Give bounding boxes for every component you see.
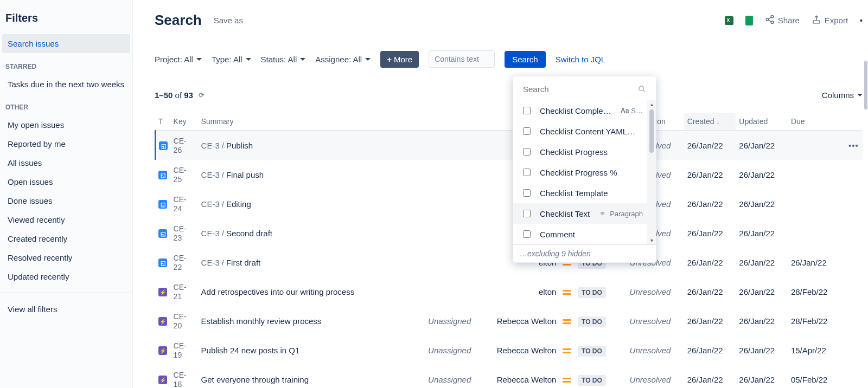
- scrollbar-thumb[interactable]: [864, 61, 867, 109]
- col-header-type[interactable]: T: [155, 113, 170, 131]
- table-row[interactable]: ◱CE-22CE-3/First drafteltonTO DOUnresolv…: [155, 248, 863, 277]
- dropdown-checkbox[interactable]: [523, 230, 531, 238]
- table-row[interactable]: ⚡CE-18Get everyone through trainingUnass…: [155, 365, 863, 388]
- sidebar-item[interactable]: Updated recently: [2, 267, 130, 286]
- filter-assignee[interactable]: Assignee: All: [315, 55, 371, 64]
- issue-key[interactable]: CE-24: [174, 195, 187, 213]
- dropdown-checkbox[interactable]: [523, 148, 531, 156]
- table-row[interactable]: ◱CE-24CE-3/EditingeltonTO DOUnresolved26…: [155, 189, 863, 218]
- switch-jql-link[interactable]: Switch to JQL: [556, 55, 606, 64]
- table-row[interactable]: ◱CE-25CE-3/Final pusheltonTO DOUnresolve…: [155, 160, 863, 189]
- issue-summary[interactable]: Publish: [226, 141, 253, 150]
- assignee-cell: Unassigned: [417, 365, 474, 388]
- sidebar-item[interactable]: Reported by me: [2, 134, 130, 153]
- sidebar-item[interactable]: My open issues: [2, 115, 130, 134]
- issue-type-icon: ◱: [158, 258, 167, 267]
- dropdown-item[interactable]: Checklist Content YAML…: [513, 121, 647, 141]
- status-badge[interactable]: TO DO: [578, 316, 606, 327]
- col-header-updated[interactable]: Updated: [736, 113, 788, 131]
- issue-summary[interactable]: Editing: [226, 199, 251, 209]
- dropdown-item[interactable]: Checklist Progress %: [513, 162, 647, 183]
- issue-summary[interactable]: First draft: [226, 258, 260, 267]
- sidebar-item[interactable]: Tasks due in the next two weeks: [2, 75, 130, 94]
- share-button[interactable]: Share: [765, 15, 800, 26]
- parent-key[interactable]: CE-3: [201, 199, 220, 209]
- sidebar-item-search-issues[interactable]: Search issues: [2, 34, 130, 53]
- dropdown-item[interactable]: Comment: [513, 224, 647, 244]
- sidebar-item[interactable]: Viewed recently: [2, 210, 130, 229]
- col-header-summary[interactable]: Summary: [198, 113, 417, 131]
- col-header-key[interactable]: Key: [170, 113, 198, 131]
- main-vertical-scrollbar[interactable]: [864, 39, 868, 388]
- table-row[interactable]: ⚡CE-21Add retrospectives into our writin…: [155, 277, 863, 306]
- status-badge[interactable]: TO DO: [578, 346, 606, 357]
- export-button[interactable]: Export: [812, 15, 848, 26]
- parent-key[interactable]: CE-3: [201, 229, 220, 238]
- sidebar-item[interactable]: Done issues: [2, 191, 130, 210]
- dropdown-item[interactable]: Checklist Progress: [513, 141, 647, 162]
- updated-date: 26/Jan/22: [739, 229, 775, 238]
- table-row[interactable]: ⚡CE-20Establish monthly review processUn…: [155, 306, 863, 335]
- filter-status[interactable]: Status: All: [261, 55, 306, 64]
- more-filters-button[interactable]: +More: [380, 51, 419, 68]
- issue-key[interactable]: CE-18: [174, 371, 187, 388]
- sidebar-item[interactable]: Open issues: [2, 172, 130, 191]
- issue-summary[interactable]: Final push: [226, 170, 264, 179]
- issue-key[interactable]: CE-25: [174, 166, 187, 184]
- issue-type-icon: ⚡: [158, 376, 167, 384]
- status-badge[interactable]: TO DO: [578, 287, 606, 298]
- issue-summary[interactable]: Publish 24 new posts in Q1: [201, 346, 300, 355]
- issue-type-icon: ◱: [158, 200, 167, 209]
- issue-key[interactable]: CE-20: [174, 312, 187, 330]
- table-row[interactable]: ⚡CE-19Publish 24 new posts in Q1Unassign…: [155, 335, 863, 365]
- filter-project[interactable]: Project: All: [155, 55, 202, 64]
- columns-dropdown[interactable]: Columns: [822, 90, 863, 100]
- issue-summary[interactable]: Get everyone through training: [201, 375, 309, 384]
- dropdown-checkbox[interactable]: [523, 127, 531, 135]
- parent-key[interactable]: CE-3: [201, 258, 220, 267]
- sheets-icon[interactable]: [745, 16, 753, 25]
- table-row[interactable]: ◱CE-23CE-3/Second drafteltonTO DOUnresol…: [155, 218, 863, 248]
- dropdown-checkbox[interactable]: [523, 189, 531, 197]
- sidebar-item[interactable]: All issues: [2, 153, 130, 172]
- sidebar-item[interactable]: Created recently: [2, 229, 130, 248]
- scroll-up-arrow-icon[interactable]: ▴: [649, 100, 654, 108]
- dropdown-item[interactable]: Checklist Template: [513, 183, 647, 203]
- excel-icon[interactable]: [725, 16, 733, 25]
- col-header-created[interactable]: Created↓: [684, 113, 736, 131]
- contains-text-input[interactable]: [429, 50, 495, 68]
- status-badge[interactable]: TO DO: [578, 375, 606, 386]
- col-header-due[interactable]: Due: [788, 113, 845, 131]
- issue-summary[interactable]: Add retrospectives into our writing proc…: [201, 287, 355, 296]
- more-actions-icon[interactable]: •: [860, 16, 863, 25]
- sidebar-item[interactable]: Resolved recently: [2, 248, 130, 267]
- filter-type[interactable]: Type: All: [212, 55, 251, 64]
- issue-key[interactable]: CE-26: [174, 137, 187, 154]
- issue-summary[interactable]: Second draft: [226, 229, 272, 238]
- sidebar-item-view-all[interactable]: View all filters: [2, 300, 130, 319]
- dropdown-checkbox[interactable]: [523, 210, 531, 217]
- save-as-link[interactable]: Save as: [214, 16, 243, 25]
- dropdown-item[interactable]: Checklist TextParagraph: [513, 203, 647, 224]
- parent-key[interactable]: CE-3: [201, 141, 220, 150]
- scroll-down-arrow-icon[interactable]: ▾: [649, 236, 654, 244]
- dropdown-scrollbar[interactable]: ▴ ▾: [647, 100, 656, 244]
- parent-key[interactable]: CE-3: [201, 170, 220, 179]
- scrollbar-thumb[interactable]: [649, 109, 654, 153]
- dropdown-item[interactable]: Checklist CompletedAaS…: [513, 100, 647, 121]
- reporter-cell: Rebecca Welton: [474, 365, 559, 388]
- issue-key[interactable]: CE-23: [174, 224, 187, 242]
- dropdown-search-input[interactable]: [522, 84, 647, 94]
- priority-icon: [563, 319, 571, 324]
- result-count-row: 1–50 of 93 ⟳ Columns: [155, 90, 863, 100]
- table-row[interactable]: ◱CE-26CE-3/PublisheltonTO DOUnresolved26…: [155, 131, 863, 160]
- issue-key[interactable]: CE-19: [174, 341, 187, 359]
- search-button[interactable]: Search: [505, 51, 546, 68]
- refresh-icon[interactable]: ⟳: [199, 91, 205, 99]
- issue-key[interactable]: CE-21: [174, 283, 187, 301]
- issue-key[interactable]: CE-22: [174, 254, 187, 271]
- row-menu-icon[interactable]: •••: [848, 141, 859, 150]
- dropdown-checkbox[interactable]: [523, 169, 531, 176]
- dropdown-checkbox[interactable]: [523, 107, 531, 114]
- issue-summary[interactable]: Establish monthly review process: [201, 316, 322, 326]
